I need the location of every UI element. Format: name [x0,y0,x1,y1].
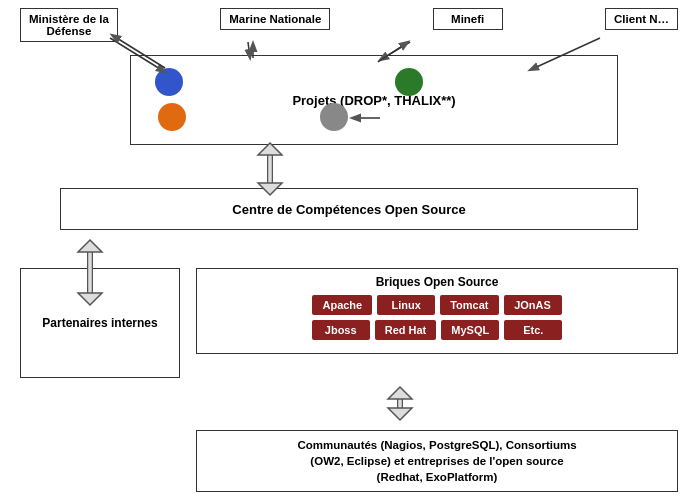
brique-redhat: Red Hat [375,320,437,340]
svg-marker-14 [78,240,102,252]
client-ministere-label: Ministère de la Défense [29,13,109,37]
client-minefi-label: Minefi [451,13,484,25]
centre-label: Centre de Compétences Open Source [232,202,465,217]
briques-box: Briques Open Source Apache Linux Tomcat … [196,268,678,354]
clients-row: Ministère de la Défense Marine Nationale… [20,8,678,42]
dot-gray [320,103,348,131]
brique-linux: Linux [377,295,435,315]
brique-etc: Etc. [504,320,562,340]
communautes-label: Communautés (Nagios, PostgreSQL), Consor… [297,439,576,483]
communautes-box: Communautés (Nagios, PostgreSQL), Consor… [196,430,678,492]
centre-box: Centre de Compétences Open Source [60,188,638,230]
brique-jonas: JOnAS [504,295,562,315]
brique-tomcat: Tomcat [440,295,498,315]
client-n: Client N… [605,8,678,30]
dot-green [395,68,423,96]
client-marine-label: Marine Nationale [229,13,321,25]
briques-title: Briques Open Source [205,275,669,289]
svg-marker-19 [388,408,412,420]
svg-marker-18 [388,387,412,399]
brique-mysql: MySQL [441,320,499,340]
dot-blue [155,68,183,96]
briques-row-1: Apache Linux Tomcat JOnAS [205,295,669,315]
client-n-label: Client N… [614,13,669,25]
dot-orange [158,103,186,131]
client-ministere: Ministère de la Défense [20,8,118,42]
diagram: Ministère de la Défense Marine Nationale… [0,0,698,500]
projects-label: Projets (DROP*, THALIX**) [292,93,455,108]
brique-jboss: Jboss [312,320,370,340]
partenaires-label: Partenaires internes [34,308,165,338]
client-minefi: Minefi [433,8,503,30]
brique-apache: Apache [312,295,372,315]
partenaires-box: Partenaires internes [20,268,180,378]
projects-box: Projets (DROP*, THALIX**) [130,55,618,145]
client-marine: Marine Nationale [220,8,330,30]
briques-row-2: Jboss Red Hat MySQL Etc. [205,320,669,340]
